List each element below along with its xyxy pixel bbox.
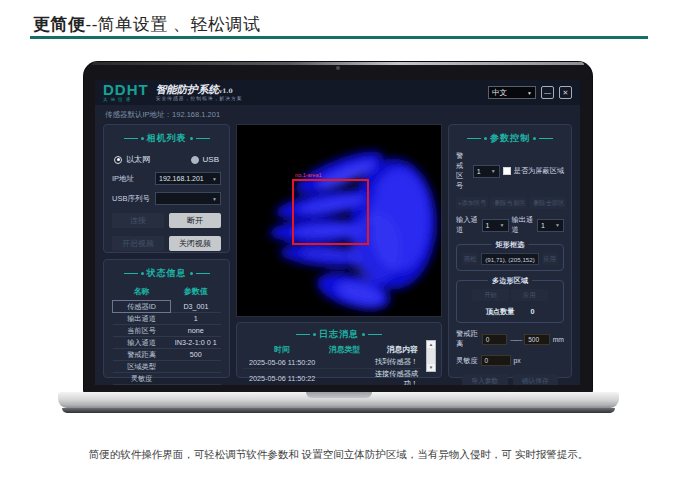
radio-selected-icon (114, 156, 122, 164)
laptop-base (58, 392, 619, 408)
chevron-down-icon: ▼ (212, 176, 217, 182)
title-dot-icon (362, 333, 365, 336)
vertex-count-value: 0 (530, 307, 534, 317)
sensor-ip-line: 传感器默认IP地址：192.168.1.201 (95, 105, 580, 122)
status-header-row: 名称 参数值 (113, 284, 222, 301)
zone-select[interactable]: 1 ▼ (473, 165, 500, 178)
chevron-down-icon: ▼ (491, 168, 496, 174)
radio-ethernet[interactable]: 以太网 (114, 154, 150, 165)
middle-column: no.1-area1 日志消息 时间 消息类型 (236, 124, 442, 378)
status-table: 名称 参数值 传感器IDD3_001 输出通道1 当前区号none 输入通道IN… (112, 284, 221, 385)
vertex-count-row: 顶点数量 0 (462, 307, 558, 317)
ip-field-row: IP地址 192.168.1.201 ▼ (112, 172, 221, 185)
table-row[interactable]: 当前区号none (113, 325, 222, 337)
import-params-button[interactable]: 导入参数 (462, 374, 508, 385)
rect-select-row: 画框 (91,71), (205,152) 应用 (462, 253, 558, 265)
connection-type-radios: 以太网 USB (114, 154, 219, 165)
title-dot-icon (533, 137, 536, 140)
log-table: 时间 消息类型 消息内容 2025-05-06 11:50:20 找到传感器！ … (243, 343, 421, 385)
list-item: 2025-05-06 11:50:20 找到传感器！ (243, 357, 421, 368)
right-column: 参数控制 警戒区号 1 ▼ 是否为屏蔽区域 (448, 124, 572, 378)
rect-coords-field[interactable]: (91,71), (205,152) (481, 253, 538, 265)
table-row[interactable]: 灵敏度 (113, 373, 222, 385)
close-video-button[interactable]: 关闭视频 (169, 236, 221, 251)
channel-row: 输入通道 1 ▼ 输出通道 1 ▼ (456, 215, 564, 235)
save-button[interactable]: 确认保存 (513, 374, 559, 385)
webcam-dot (336, 66, 340, 70)
close-button[interactable]: ✕ (559, 86, 572, 99)
app-window: DDHT 大德恒通 智能防护系统v1.0 安全传感器，控制模块，解决方案 中文 … (95, 80, 580, 385)
disconnect-button[interactable]: 断开 (169, 213, 221, 228)
page-title-bold: 更简便 (33, 15, 86, 34)
output-channel-select[interactable]: 1 ▼ (537, 219, 564, 232)
usb-serial-select[interactable]: ▼ (155, 192, 221, 205)
video-buttons: 开启视频 关闭视频 (112, 236, 221, 251)
minimize-button[interactable]: — (541, 86, 554, 99)
scroll-down-icon[interactable]: ▼ (427, 364, 435, 371)
page-title-rest: --简单设置 、轻松调试 (86, 15, 261, 34)
video-feed[interactable]: no.1-area1 (236, 124, 442, 317)
chevron-down-icon: ▼ (527, 90, 532, 96)
main-area: 相机列表 以太网 USB (95, 122, 580, 385)
distance-min-field[interactable]: 0 (482, 334, 507, 345)
page-title: 更简便--简单设置 、轻松调试 (33, 13, 261, 36)
sensitivity-row: 灵敏度 0 px (456, 355, 564, 366)
sensitivity-field[interactable]: 0 (481, 355, 511, 366)
input-channel-select[interactable]: 1 ▼ (482, 219, 509, 232)
polygon-start-button[interactable]: 开始 (472, 289, 509, 301)
connect-button[interactable]: 连接 (112, 213, 164, 228)
laptop-notch (306, 392, 372, 398)
app-tagline: 安全传感器，控制模块，解决方案 (156, 96, 243, 101)
language-select[interactable]: 中文 ▼ (488, 86, 536, 99)
open-video-button[interactable]: 开启视频 (112, 236, 164, 251)
radio-usb[interactable]: USB (191, 154, 219, 165)
zone-row: 警戒区号 1 ▼ 是否为屏蔽区域 (456, 151, 564, 191)
title-dot-icon (484, 137, 487, 140)
app-title-block: 智能防护系统v1.0 安全传感器，控制模块，解决方案 (156, 84, 243, 103)
draw-rect-button[interactable]: 画框 (462, 253, 478, 265)
laptop-base-bottom (62, 408, 615, 413)
title-dot-icon (313, 333, 316, 336)
alarm-area-label: no.1-area1 (295, 172, 322, 178)
polygon-buttons: 开始 应用 (462, 289, 558, 301)
polygon-apply-button[interactable]: 应用 (511, 289, 548, 301)
radio-unselected-icon (191, 156, 199, 164)
logo-text: DDHT (103, 82, 149, 97)
status-info-panel: 状态信息 名称 参数值 传感器IDD3_001 输出通道1 当前区号none 输… (103, 259, 230, 378)
mask-area-checkbox[interactable] (503, 167, 511, 175)
list-item: 2025-05-06 11:50:22 连接传感器成功！ (243, 368, 421, 385)
add-zone-button[interactable]: +添加区号 (456, 197, 488, 209)
app-version: v1.0 (219, 87, 233, 94)
log-scrollbar[interactable]: ▲ ▼ (426, 340, 436, 372)
distance-max-field[interactable]: 500 (524, 334, 549, 345)
log-title: 日志消息 (243, 327, 435, 341)
scroll-up-icon[interactable]: ▲ (427, 341, 435, 348)
table-row[interactable]: 输出通道1 (113, 313, 222, 325)
laptop-lid-edge (92, 62, 584, 65)
log-header-row: 时间 消息类型 消息内容 (243, 343, 421, 357)
table-row[interactable]: 警戒距离500 (113, 349, 222, 361)
camera-list-panel: 相机列表 以太网 USB (103, 124, 230, 253)
title-dot-icon (141, 272, 144, 275)
save-buttons: 导入参数 确认保存 (456, 374, 564, 385)
apply-rect-button[interactable]: 应用 (542, 253, 558, 265)
parameter-control-title: 参数控制 (456, 131, 564, 145)
alarm-area-rect[interactable]: no.1-area1 (292, 179, 369, 245)
table-row[interactable]: 输入通道IN3-2-1:0 0 1 (113, 337, 222, 349)
table-row[interactable]: 区域类型 (113, 361, 222, 373)
polygon-group: 多边形区域 开始 应用 顶点数量 0 (456, 280, 564, 323)
rect-select-group: 矩形框选 画框 (91,71), (205,152) 应用 (456, 244, 564, 271)
caption-text: 简便的软件操作界面，可轻松调节软件参数和 设置空间立体防护区域，当有异物入侵时，… (0, 448, 677, 462)
title-dot-icon (190, 272, 193, 275)
distance-row: 警戒距离 0 —— 500 mm (456, 329, 564, 349)
delete-all-zones-button[interactable]: -删除全部区 (529, 197, 566, 209)
left-column: 相机列表 以太网 USB (103, 124, 230, 378)
ip-address-select[interactable]: 192.168.1.201 ▼ (155, 172, 221, 185)
status-info-title: 状态信息 (112, 266, 221, 280)
table-row[interactable]: 传感器IDD3_001 (113, 301, 222, 313)
title-dot-icon (190, 137, 193, 140)
logo: DDHT 大德恒通 (103, 82, 149, 103)
delete-current-zone-button[interactable]: -删除当前区 (490, 197, 527, 209)
usb-field-row: USB序列号 ▼ (112, 192, 221, 205)
chevron-down-icon: ▼ (555, 222, 560, 228)
